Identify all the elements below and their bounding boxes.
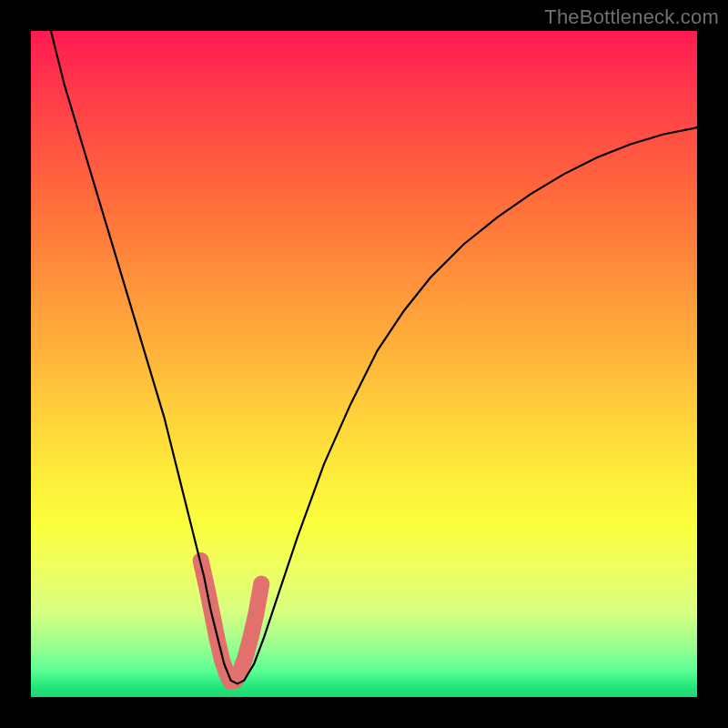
curve-svg	[31, 31, 697, 697]
plot-area	[31, 31, 697, 697]
chart-frame: TheBottleneck.com	[0, 0, 728, 728]
watermark-text: TheBottleneck.com	[544, 5, 719, 29]
bottleneck-curve-path	[51, 31, 697, 683]
valley-highlight-path	[201, 561, 262, 682]
